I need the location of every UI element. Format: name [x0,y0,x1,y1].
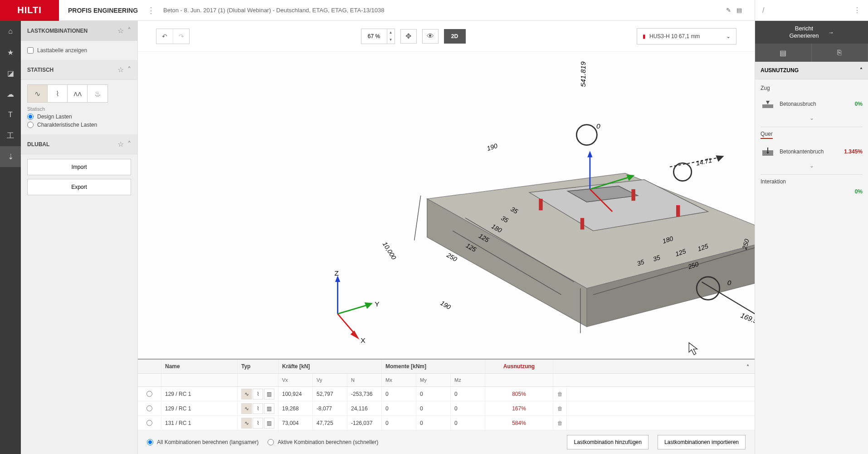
loadtype-fire-icon[interactable]: ♨ [88,85,107,102]
report-label-1: Bericht [789,25,819,32]
arrow-right-icon: → [828,29,834,36]
undo-button[interactable]: ↶ [156,29,173,44]
topright-menu-icon[interactable]: ⋮ [853,6,861,15]
typ-static-icon[interactable]: ∿ [241,418,252,429]
nav-i-icon[interactable]: 工 [0,125,21,146]
nav-t-icon[interactable]: T [0,104,21,125]
svg-rect-8 [676,205,680,217]
nav-load-icon[interactable]: ⇣ [0,146,21,167]
svg-text:Y: Y [375,300,379,308]
statisch-sublabel: Statisch [27,106,131,112]
svg-line-11 [338,304,370,314]
row-name: 129 / RC 1 [161,387,238,401]
row-n: -126,037 [347,416,382,430]
concrete-breakout-icon [761,99,775,109]
typ-chart-icon[interactable]: ▥ [264,418,274,429]
svg-text:10,000: 10,000 [381,241,398,261]
calc-all-label: All Kombinationen berechnen (langsamer) [157,439,258,445]
load-table: Name Typ Kräfte [kN] Momente [kNm] Ausnu… [138,359,755,454]
show-loadtable-checkbox[interactable]: Lasttabelle anzeigen [27,47,131,54]
show-loadtable-label: Lasttabelle anzeigen [37,47,87,54]
export-button[interactable]: Export [27,179,131,195]
rp-tab-2[interactable]: ⎘ [812,44,868,62]
viewport-3d[interactable]: Z Y X [138,52,755,359]
app-menu-icon[interactable]: ⋮ [147,5,156,15]
generate-report-button[interactable]: Bericht Generieren → [755,21,868,44]
row-select-radio[interactable] [146,391,152,397]
quer-expand-icon[interactable]: ⌄ [761,161,863,171]
delete-row-icon[interactable]: 🗑 [553,416,567,430]
th-my: My [416,374,451,386]
th-moment: Momente [kNm] [382,360,485,373]
right-panel: Bericht Generieren → ▤ ⎘ AUSNUTZUNG ˄ Zu… [755,21,868,454]
th-force: Kräfte [kN] [278,360,382,373]
table-row[interactable]: 131 / RC 1∿⌇▥73,00447,725-126,037000584%… [138,416,755,430]
rp-section-title: AUSNUTZUNG [761,67,799,74]
fit-icon[interactable]: ✥ [400,29,417,44]
typ-seismic-icon[interactable]: ⌇ [253,389,263,400]
row-name: 131 / RC 1 [161,416,238,430]
typ-chart-icon[interactable]: ▥ [264,403,274,414]
interaktion-value: 0% [761,188,863,195]
zug-expand-icon[interactable]: ⌄ [761,113,863,123]
typ-chart-icon[interactable]: ▥ [264,389,274,400]
star-icon[interactable]: ☆ [117,65,124,74]
row-util: 167% [485,402,553,415]
typ-seismic-icon[interactable]: ⌇ [253,418,263,429]
zoom-input[interactable] [361,29,387,44]
delete-row-icon[interactable]: 🗑 [553,402,567,415]
nav-star-icon[interactable]: ★ [0,42,21,63]
calc-active-radio[interactable]: Aktive Kombination berechnen (schneller) [268,439,378,445]
view-2d-button[interactable]: 2D [444,29,466,44]
row-mx: 0 [382,402,416,415]
svg-text:0: 0 [727,279,731,286]
redo-button[interactable]: ↷ [173,29,189,44]
collapse-icon[interactable]: ˄ [127,26,131,35]
import-button[interactable]: Import [27,159,131,175]
table-row[interactable]: 129 / RC 1∿⌇▥19,268-8,07724,116000167%🗑 [138,401,755,416]
delete-row-icon[interactable]: 🗑 [553,387,567,401]
star-icon[interactable]: ☆ [117,140,124,148]
import-loadcomb-button[interactable]: Lastkombinationen importieren [658,435,746,449]
rp-tab-1[interactable]: ▤ [755,44,812,62]
typ-seismic-icon[interactable]: ⌇ [253,403,263,414]
concrete-edge-icon [761,146,775,157]
nav-cloud-icon[interactable]: ☁ [0,84,21,104]
svg-rect-6 [631,189,635,201]
row-vy: 47,725 [313,416,347,430]
svg-rect-5 [539,199,542,210]
add-loadcomb-button[interactable]: Lastkombination hinzufügen [567,435,648,449]
visibility-icon[interactable]: 👁 [422,29,439,44]
nav-home-icon[interactable]: ⌂ [0,21,21,42]
zoom-down-icon[interactable]: ▼ [387,36,395,44]
svg-text:Z: Z [335,269,339,277]
zoom-up-icon[interactable]: ▲ [387,29,395,36]
row-select-radio[interactable] [146,420,152,426]
typ-static-icon[interactable]: ∿ [241,389,252,400]
nav-box-icon[interactable]: ◪ [0,63,21,84]
loadtype-fatigue-icon[interactable]: ᴧᴧ [68,85,88,102]
file-name: Beton - 8. Jun. 2017 (1) (Dlubal Webinar… [163,7,384,14]
typ-static-icon[interactable]: ∿ [241,403,252,414]
loadtype-static-icon[interactable]: ∿ [28,85,48,102]
anchor-select[interactable]: ▮ HUS3-H 10 67,1 mm ⌄ [637,28,736,44]
svg-text:190: 190 [486,142,498,153]
row-select-radio[interactable] [146,405,152,411]
collapse-icon[interactable]: ˄ [860,67,863,74]
save-icon[interactable]: ▤ [736,7,742,14]
svg-text:169.535: 169.535 [740,311,755,328]
quer-value: 1.345% [844,148,863,155]
edit-icon[interactable]: ✎ [726,7,731,14]
star-icon[interactable]: ☆ [117,26,124,35]
report-label-2: Generieren [789,32,819,39]
design-lasten-radio[interactable]: Design Lasten [27,114,131,120]
table-row[interactable]: 129 / RC 1∿⌇▥100,92452,797-253,736000805… [138,387,755,401]
collapse-icon[interactable]: ˄ [127,140,131,148]
zug-value: 0% [855,101,863,107]
char-lasten-radio[interactable]: Charakteristische Lasten [27,122,131,128]
row-n: -253,736 [347,387,382,401]
loadtype-seismic-icon[interactable]: ⌇ [48,85,68,102]
collapse-icon[interactable]: ˄ [127,65,131,74]
calc-all-radio[interactable]: All Kombinationen berechnen (langsamer) [147,439,258,445]
table-collapse-icon[interactable]: ˄ [746,364,749,370]
